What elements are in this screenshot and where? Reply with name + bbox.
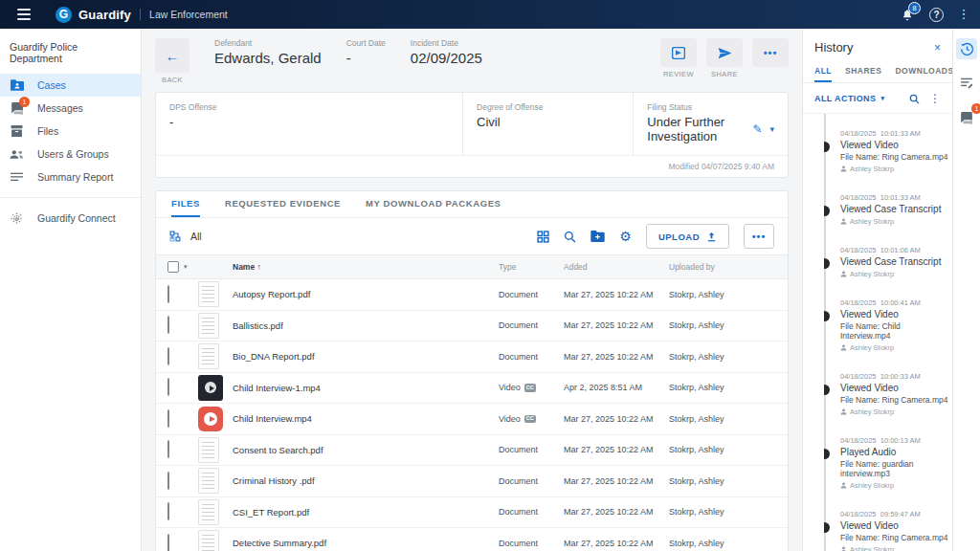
column-name[interactable]: Name ↑ xyxy=(233,262,499,272)
table-row[interactable]: Detective Summary.pdf Document Mar 27, 2… xyxy=(156,528,788,551)
table-header: ▾ Name ↑ Type Added Uploaded by xyxy=(156,254,788,279)
chat-rail-button[interactable]: 1 xyxy=(956,107,977,128)
table-row[interactable]: Autopsy Report.pdf Document Mar 27, 2025… xyxy=(156,279,788,311)
overflow-menu-icon[interactable]: ⋮ xyxy=(959,10,969,19)
column-uploaded-by[interactable]: Uploaded by xyxy=(669,262,776,272)
close-icon[interactable]: × xyxy=(934,41,941,55)
court-date-value: - xyxy=(346,50,386,66)
history-entry[interactable]: 04/18/2025 10:01:33 AM Viewed Video File… xyxy=(824,129,952,173)
new-folder-icon[interactable] xyxy=(590,231,605,242)
file-name[interactable]: Consent to Search.pdf xyxy=(233,445,499,455)
entry-action: Viewed Video xyxy=(840,140,952,150)
tab-downloads[interactable]: DOWNLOADS xyxy=(895,60,953,82)
tab-all[interactable]: ALL xyxy=(814,60,832,82)
file-name[interactable]: CSI_ET Report.pdf xyxy=(233,507,499,518)
notifications-bell-icon[interactable]: 8 xyxy=(901,8,914,22)
back-button[interactable]: ← BACK xyxy=(155,38,189,84)
sidebar-item-summary-report[interactable]: Summary Report xyxy=(0,165,141,188)
file-name[interactable]: Criminal History .pdf xyxy=(233,475,499,486)
all-actions-dropdown[interactable]: ALL ACTIONS ▾ xyxy=(814,94,884,103)
entry-action: Viewed Video xyxy=(840,309,952,320)
row-checkbox[interactable] xyxy=(167,502,169,520)
degree-of-offense-value: Civil xyxy=(477,115,619,129)
file-name[interactable]: Ballistics.pdf xyxy=(233,320,499,331)
folder-tree-filter[interactable]: All xyxy=(169,231,202,243)
table-row[interactable]: Consent to Search.pdf Document Mar 27, 2… xyxy=(156,435,788,467)
case-more-button[interactable]: ••• xyxy=(752,38,789,78)
column-type[interactable]: Type xyxy=(499,262,564,272)
file-name[interactable]: Detective Summary.pdf xyxy=(233,538,499,548)
case-header: ← BACK Defendant Edwards, Gerald Court D… xyxy=(142,29,802,90)
tab-my-download-packages[interactable]: MY DOWNLOAD PACKAGES xyxy=(366,191,501,217)
table-row[interactable]: CSI_ET Report.pdf Document Mar 27, 2025 … xyxy=(156,497,788,529)
row-checkbox[interactable] xyxy=(167,534,169,551)
row-checkbox[interactable] xyxy=(167,347,169,365)
hamburger-menu-icon[interactable] xyxy=(17,9,31,20)
table-row[interactable]: Ballistics.pdf Document Mar 27, 2025 10:… xyxy=(156,311,788,342)
history-tab-bar: ALL SHARES DOWNLOADS xyxy=(803,60,952,83)
history-entry[interactable]: 04/18/2025 10:00:41 AM Viewed Video File… xyxy=(824,298,952,352)
entry-user: Ashley Stokrp xyxy=(840,343,952,352)
table-row[interactable]: Bio_DNA Report.pdf Document Mar 27, 2025… xyxy=(156,342,788,373)
chevron-down-icon[interactable]: ▾ xyxy=(769,124,774,134)
file-type: Document xyxy=(499,290,564,299)
filing-status-field[interactable]: Filing Status Under Further Investigatio… xyxy=(633,93,788,155)
history-entry[interactable]: 04/18/2025 10:00:13 AM Played Audio File… xyxy=(824,436,952,490)
file-uploaded-by: Stokrp, Ashley xyxy=(669,414,776,424)
table-row[interactable]: Criminal History .pdf Document Mar 27, 2… xyxy=(156,466,788,497)
sidebar-item-cases[interactable]: Cases xyxy=(0,74,141,97)
settings-gear-icon[interactable]: ⚙ xyxy=(619,230,632,243)
file-added-date: Mar 27, 2025 10:22 AM xyxy=(564,414,669,424)
file-name[interactable]: Bio_DNA Report.pdf xyxy=(233,351,499,362)
sidebar-item-messages[interactable]: 1 Messages xyxy=(0,97,141,120)
file-uploaded-by: Stokrp, Ashley xyxy=(669,320,776,330)
tab-requested-evidence[interactable]: REQUESTED EVIDENCE xyxy=(225,191,341,217)
history-entry[interactable]: 04/18/2025 10:01:33 AM Viewed Case Trans… xyxy=(824,193,952,226)
notification-count-badge: 8 xyxy=(908,2,921,14)
files-more-button[interactable]: ••• xyxy=(744,224,774,249)
file-name[interactable]: Child Interview.mp4 xyxy=(233,413,499,424)
upload-button[interactable]: UPLOAD xyxy=(646,224,729,249)
file-uploaded-by: Stokrp, Ashley xyxy=(669,352,776,362)
row-checkbox[interactable] xyxy=(167,285,169,303)
tab-files[interactable]: FILES xyxy=(171,191,200,217)
history-overflow-icon[interactable]: ⋮ xyxy=(929,92,941,105)
history-rail-button[interactable] xyxy=(956,38,977,59)
row-checkbox[interactable] xyxy=(167,316,169,334)
history-entry[interactable]: 04/18/2025 10:00:33 AM Viewed Video File… xyxy=(824,372,952,416)
row-checkbox[interactable] xyxy=(167,472,169,490)
table-row[interactable]: Child Interview-1.mp4 Video CC Apr 2, 20… xyxy=(156,373,788,405)
select-all-checkbox[interactable] xyxy=(167,261,179,273)
file-thumbnail xyxy=(198,499,219,525)
review-button[interactable]: REVIEW xyxy=(660,38,697,78)
file-name[interactable]: Autopsy Report.pdf xyxy=(233,289,499,299)
history-entry[interactable]: 04/18/2025 10:01:06 AM Viewed Case Trans… xyxy=(824,246,952,278)
sidebar-item-files[interactable]: Files xyxy=(0,120,141,143)
row-checkbox[interactable] xyxy=(167,409,169,428)
column-added[interactable]: Added xyxy=(564,262,669,272)
edit-pencil-icon[interactable]: ✎ xyxy=(752,122,762,136)
tab-shares[interactable]: SHARES xyxy=(845,60,881,82)
share-button[interactable]: SHARE xyxy=(706,38,743,78)
row-checkbox[interactable] xyxy=(167,440,169,458)
search-icon[interactable] xyxy=(564,231,576,243)
file-name[interactable]: Child Interview-1.mp4 xyxy=(233,383,499,393)
file-added-date: Mar 27, 2025 10:22 AM xyxy=(564,507,669,517)
files-archive-icon xyxy=(10,124,24,139)
brand: G Guardify Law Enforcement xyxy=(56,7,228,23)
select-caret-icon[interactable]: ▾ xyxy=(184,263,188,271)
history-entry[interactable]: 04/18/2025 09:59:47 AM Viewed Video File… xyxy=(824,510,952,551)
grid-view-icon[interactable] xyxy=(537,231,549,243)
help-icon[interactable]: ? xyxy=(929,8,944,22)
table-row[interactable]: Child Interview.mp4 Video CC Mar 27, 202… xyxy=(156,404,788,435)
cases-folder-icon xyxy=(10,78,24,93)
notes-rail-button[interactable] xyxy=(956,73,977,94)
row-checkbox[interactable] xyxy=(167,378,169,396)
history-search-icon[interactable] xyxy=(909,94,920,104)
entry-file-name: File Name: Ring Camera.mp4 xyxy=(840,395,952,405)
person-icon xyxy=(840,546,847,551)
sidebar-item-users-groups[interactable]: Users & Groups xyxy=(0,143,141,165)
file-added-date: Mar 27, 2025 10:22 AM xyxy=(564,476,669,486)
users-groups-icon xyxy=(10,147,24,162)
sidebar-item-guardify-connect[interactable]: Guardify Connect xyxy=(0,207,141,230)
